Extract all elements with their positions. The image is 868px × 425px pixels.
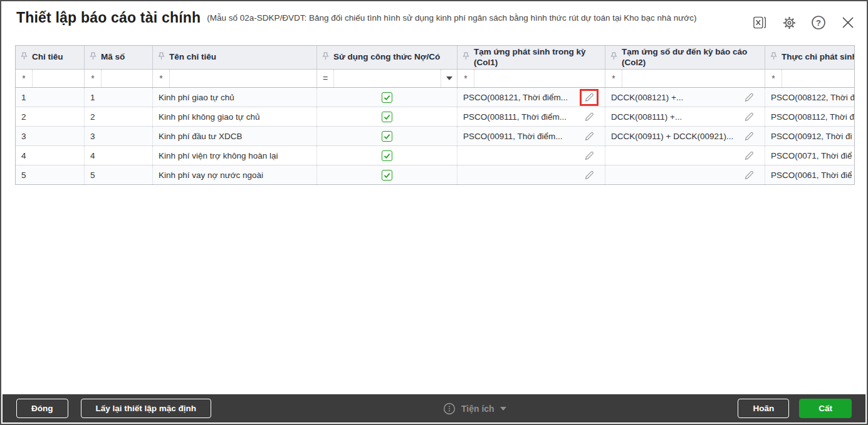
filter-dropdown-caret[interactable] [441,70,457,87]
cell-col2-formula[interactable]: DCCK(008111) +... [605,107,765,126]
pin-icon[interactable] [770,52,777,63]
postpone-button[interactable]: Hoãn [738,399,789,418]
column-header-col2[interactable]: Tạm ứng số dư đến kỳ báo cáo (Col2) [605,46,765,69]
close-icon[interactable] [840,15,855,30]
gear-icon[interactable] [782,15,797,30]
titlebar-icons: ? [752,15,855,30]
edit-formula-icon[interactable] [580,128,599,145]
svg-text:?: ? [816,18,821,28]
financial-report-setup-dialog: Thiết lập báo cáo tài chính (Mẫu số 02a-… [0,0,868,425]
cell-col1-formula[interactable]: PSCO(008121, Thời điểm... [458,88,605,107]
cell-chi-tieu[interactable]: 1 [16,88,85,107]
cell-ma-so[interactable]: 2 [85,107,153,126]
cell-col2-formula[interactable] [605,165,765,184]
utilities-menu[interactable]: Tiện ích [443,402,506,415]
edit-formula-highlighted[interactable] [580,89,599,106]
utilities-icon [443,402,456,415]
utilities-label: Tiện ích [461,404,494,414]
filter-input-col3[interactable] [782,70,855,87]
table-row[interactable]: 5 5 Kinh phí vay nợ nước ngoài PSCO(0061… [16,165,855,185]
pin-icon[interactable] [610,52,617,63]
edit-formula-icon[interactable] [740,108,758,125]
filter-input-col2[interactable] [622,70,765,87]
cell-use-formula [317,107,458,126]
edit-formula-icon[interactable] [580,108,599,125]
grid-header-row: Chỉ tiêu Mã số Tên chỉ tiêu Sử dụng công… [16,46,855,70]
export-excel-icon[interactable] [752,15,767,30]
pin-icon[interactable] [158,52,165,63]
column-header-chi-tieu[interactable]: Chỉ tiêu [16,46,85,69]
reset-default-button[interactable]: Lấy lại thiết lập mặc định [81,399,212,418]
checkbox-checked[interactable] [382,131,392,142]
edit-formula-icon[interactable] [740,128,758,145]
edit-formula-icon[interactable] [740,89,758,106]
help-icon[interactable]: ? [811,15,826,30]
filter-operator[interactable]: = [317,70,334,87]
cell-col2-formula[interactable]: DCCK(00911) + DCCK(00921)... [605,127,765,145]
filter-input-su-dung-cong-thuc[interactable] [334,70,441,87]
table-row[interactable]: 2 2 Kinh phí không giao tự chủ PSCO(0081… [16,107,855,127]
cell-col3-formula[interactable]: PSCO(0061, Thời điể [765,165,855,184]
column-header-col1[interactable]: Tạm ứng phát sinh trong kỳ (Col1) [458,46,605,69]
cell-ma-so[interactable]: 5 [85,165,153,184]
column-header-ten-chi-tieu[interactable]: Tên chỉ tiêu [153,46,317,69]
cell-col1-formula[interactable] [458,146,605,165]
checkbox-checked[interactable] [382,170,392,181]
cell-ma-so[interactable]: 4 [85,146,153,165]
cell-ten-chi-tieu[interactable]: Kinh phí không giao tự chủ [153,107,317,126]
checkbox-checked[interactable] [382,92,392,103]
cell-col1-formula[interactable] [458,165,605,184]
column-header-su-dung-cong-thuc[interactable]: Sử dụng công thức Nợ/Có [317,46,458,69]
edit-formula-icon[interactable] [740,147,758,164]
filter-input-ten-chi-tieu[interactable] [170,70,316,87]
cell-col1-formula[interactable]: PSCO(00911, Thời điểm... [458,127,605,145]
cell-ten-chi-tieu[interactable]: Kinh phí vay nợ nước ngoài [153,165,317,184]
pin-icon[interactable] [90,52,97,63]
cell-col3-formula[interactable]: PSCO(008122, Thời đ [765,88,855,107]
column-header-ma-so[interactable]: Mã số [85,46,153,69]
edit-formula-icon[interactable] [740,167,758,184]
close-button[interactable]: Đóng [16,399,68,418]
formula-text: PSCO(008111, Thời điểm... [463,112,567,122]
cell-chi-tieu[interactable]: 2 [16,107,85,126]
column-label: Tên chỉ tiêu [169,52,216,63]
cell-ma-so[interactable]: 1 [85,88,153,107]
table-row[interactable]: 4 4 Kinh phí viện trợ không hoàn lại PSC… [16,146,855,165]
filter-cell-ten-chi-tieu: * [153,70,317,87]
cell-ma-so[interactable]: 3 [85,127,153,145]
titlebar: Thiết lập báo cáo tài chính (Mẫu số 02a-… [16,9,746,26]
pin-icon[interactable] [463,52,469,63]
table-row[interactable]: 1 1 Kinh phí giao tự chủ PSCO(008121, Th… [16,88,855,107]
cell-chi-tieu[interactable]: 3 [16,127,85,145]
filter-input-col1[interactable] [474,70,605,87]
cell-ten-chi-tieu[interactable]: Kinh phí đầu tư XDCB [153,127,317,145]
checkbox-checked[interactable] [382,150,392,161]
filter-input-chi-tieu[interactable] [33,70,84,87]
edit-formula-icon[interactable] [580,147,599,164]
pin-icon[interactable] [322,52,329,63]
cell-col3-formula[interactable]: PSCO(0071, Thời điể [765,146,855,165]
table-row[interactable]: 3 3 Kinh phí đầu tư XDCB PSCO(00911, Thờ… [16,127,855,146]
cell-chi-tieu[interactable]: 4 [16,146,85,165]
cell-col1-formula[interactable]: PSCO(008111, Thời điểm... [458,107,605,126]
column-header-col3[interactable]: Thực chi phát sinh (Col3) [765,46,855,69]
filter-operator[interactable]: * [458,70,474,87]
checkbox-checked[interactable] [382,112,392,122]
cell-col3-formula[interactable]: PSCO(00912, Thời đi [765,127,855,145]
cell-col2-formula[interactable]: DCCK(008121) +... [605,88,765,107]
cell-col3-formula[interactable]: PSCO(008112, Thời đ [765,107,855,126]
pin-icon[interactable] [21,52,28,63]
cell-ten-chi-tieu[interactable]: Kinh phí viện trợ không hoàn lại [153,146,317,165]
filter-operator[interactable]: * [16,70,33,87]
filter-operator[interactable]: * [85,70,102,87]
edit-formula-icon[interactable] [580,167,599,184]
filter-operator[interactable]: * [153,70,170,87]
cell-ten-chi-tieu[interactable]: Kinh phí giao tự chủ [153,88,317,107]
filter-input-ma-so[interactable] [102,70,152,87]
filter-operator[interactable]: * [765,70,782,87]
cell-col2-formula[interactable] [605,146,765,165]
save-button[interactable]: Cất [799,399,852,418]
filter-operator[interactable]: * [605,70,622,87]
cell-chi-tieu[interactable]: 5 [16,165,85,184]
column-label: Mã số [101,52,125,63]
